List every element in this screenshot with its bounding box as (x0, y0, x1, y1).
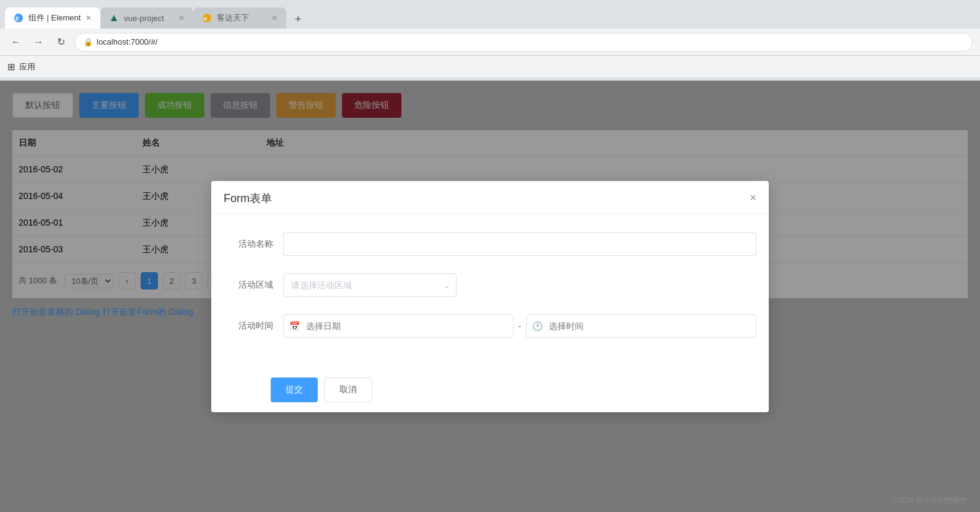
form-row-time: 活动时间 📅 - 🕐 (224, 314, 756, 338)
dialog-close-button[interactable]: × (750, 192, 756, 205)
lock-icon: 🔒 (84, 38, 93, 46)
tab-keda-close[interactable]: ✕ (271, 14, 278, 22)
bookmarks-label: 应用 (19, 61, 35, 73)
tab-element-label: 组件 | Element (28, 12, 81, 24)
bookmarks-bar: ⊞ 应用 (0, 56, 980, 78)
tab-element[interactable]: E 组件 | Element ✕ (5, 7, 100, 29)
browser-chrome: E 组件 | Element ✕ vue-project ✕ K 客达天下 ✕ … (0, 0, 980, 81)
keda-tab-icon: K (202, 13, 212, 23)
address-bar: ← → ↻ 🔒 localhost:7000/#/ (0, 29, 980, 56)
date-input-wrapper: 📅 (283, 314, 514, 338)
tab-element-close[interactable]: ✕ (85, 14, 92, 22)
tab-vue[interactable]: vue-project ✕ (100, 7, 193, 29)
url-text: localhost:7000/#/ (97, 37, 157, 46)
tab-vue-close[interactable]: ✕ (178, 14, 185, 22)
cancel-button[interactable]: 取消 (324, 377, 372, 402)
dialog-title: Form表单 (224, 191, 272, 206)
dialog-footer: 提交 取消 (211, 368, 769, 412)
tab-bar: E 组件 | Element ✕ vue-project ✕ K 客达天下 ✕ … (0, 0, 980, 29)
vue-tab-icon (109, 13, 119, 23)
date-picker-input[interactable] (283, 314, 514, 338)
activity-name-input[interactable] (283, 232, 756, 256)
modal-overlay[interactable]: Form表单 × 活动名称 活动区域 请选择活动区域 ⌄ (0, 81, 980, 512)
dialog-header: Form表单 × (211, 181, 769, 214)
element-tab-icon: E (14, 13, 24, 23)
tab-keda[interactable]: K 客达天下 ✕ (193, 7, 286, 29)
submit-button[interactable]: 提交 (271, 377, 318, 402)
form-row-name: 活动名称 (224, 232, 756, 256)
time-row: 📅 - 🕐 (283, 314, 756, 338)
url-bar[interactable]: 🔒 localhost:7000/#/ (74, 33, 973, 51)
clock-icon: 🕐 (532, 321, 543, 331)
forward-button[interactable]: → (30, 33, 47, 51)
time-separator: - (518, 321, 522, 331)
activity-zone-select-wrapper: 请选择活动区域 ⌄ (283, 273, 457, 297)
svg-text:K: K (204, 16, 208, 22)
form-row-zone: 活动区域 请选择活动区域 ⌄ (224, 273, 756, 297)
back-button[interactable]: ← (7, 33, 25, 51)
refresh-button[interactable]: ↻ (52, 33, 69, 51)
dialog-body: 活动名称 活动区域 请选择活动区域 ⌄ 活动时间 (211, 214, 769, 368)
activity-zone-label: 活动区域 (224, 280, 273, 291)
page-content: 默认按钮 主要按钮 成功按钮 信息按钮 警告按钮 危险按钮 日期 姓名 地址 2… (0, 81, 980, 512)
apps-icon: ⊞ (7, 61, 15, 73)
activity-name-label: 活动名称 (224, 239, 273, 250)
new-tab-button[interactable]: + (289, 10, 307, 29)
calendar-icon: 📅 (289, 321, 300, 331)
time-picker-input[interactable] (526, 314, 756, 338)
dialog: Form表单 × 活动名称 活动区域 请选择活动区域 ⌄ (211, 181, 769, 412)
tab-keda-label: 客达天下 (217, 12, 249, 24)
time-input-wrapper: 🕐 (526, 314, 756, 338)
tab-vue-label: vue-project (124, 14, 164, 23)
svg-text:E: E (15, 15, 19, 22)
activity-time-label: 活动时间 (224, 320, 273, 332)
activity-zone-select[interactable]: 请选择活动区域 (283, 273, 457, 297)
